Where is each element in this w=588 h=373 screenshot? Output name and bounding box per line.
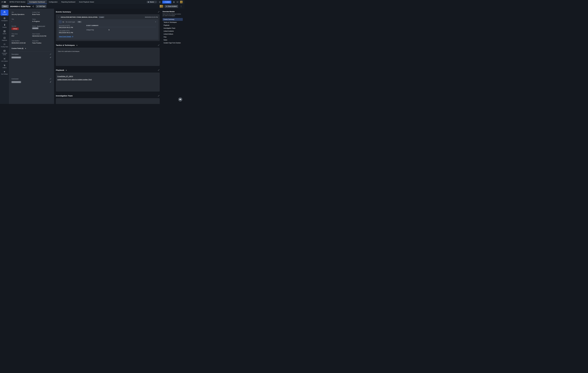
owner-avatar[interactable] <box>160 5 163 8</box>
view-event-details-link[interactable]: View Event Details <box>59 36 74 37</box>
module-item-files[interactable]: Files <box>163 36 183 38</box>
nav-mitre-attack-monitor[interactable]: MITRE ATT&CK Monitor <box>8 0 27 4</box>
module-item-linked-artifacts[interactable]: Linked Artifacts <box>163 33 183 35</box>
edit-description-button[interactable] <box>50 56 52 58</box>
last-update-label: Last update (UTC) <box>59 30 86 31</box>
fingerprint-icon <box>3 64 6 66</box>
module-item-playbook[interactable]: Playbook <box>163 24 183 27</box>
assign-to-me-link[interactable]: (Assign to me) <box>37 25 45 27</box>
chat-icon <box>177 1 178 3</box>
module-item-linked-incidents[interactable]: Linked Incidents <box>163 30 183 32</box>
nav-configuration[interactable]: Configuration <box>47 0 59 4</box>
playbook-link-dynamic-form[interactable]: update dynamic form value by incident nu… <box>57 79 92 80</box>
expand-tactics-button[interactable] <box>158 44 160 46</box>
incident-details-panel: Site Security Operations Incident Type B… <box>9 9 54 104</box>
severity-badge: Critical <box>11 28 19 30</box>
plus-icon: + <box>62 51 63 52</box>
close-incident-button[interactable]: ✕ Close Incident <box>165 5 178 8</box>
share-button[interactable] <box>32 5 34 8</box>
nav-reporting-dashboard[interactable]: Reporting Dashboard <box>59 0 77 4</box>
main-content: Events Summary ESCALATION METHOD: DYANG … <box>54 9 161 104</box>
event-na-badge: N/A <box>77 21 82 23</box>
tactics-techniques-section: Tactics & Techniques + Click + to add ta… <box>56 44 160 66</box>
expand-conclusion-button[interactable] <box>50 78 52 80</box>
module-item-investigation-team[interactable]: Investigation Team <box>163 27 183 30</box>
escalation-date: 09/20/2024 03:25 PM <box>145 16 158 18</box>
external-link-icon <box>72 36 74 37</box>
field-severity: Severity Critical <box>11 25 31 30</box>
playbook-section: Playbook + CrowdStrike_DT_10674 update d… <box>56 69 160 92</box>
expand-icon <box>158 11 159 13</box>
rail-item-playbooks[interactable]: Playbooks <box>0 36 9 42</box>
back-button[interactable]: Back <box>2 5 9 8</box>
occurred-on-label: Occurred on (UTC) <box>59 25 86 26</box>
rail-item-link-analysis[interactable]: Link Analysis <box>0 57 9 62</box>
expand-investigation-team-button[interactable] <box>158 95 160 97</box>
playbook-link-crowdstrike[interactable]: CrowdStrike_DT_10674 <box>57 76 73 77</box>
module-item-events-summary[interactable]: Events Summary <box>163 18 183 21</box>
collapse-event-button[interactable] <box>155 21 157 23</box>
user-avatar[interactable] <box>180 1 183 3</box>
event-summary-row: Unique Key 1 <box>86 29 156 31</box>
nav-investigation-dashboard[interactable]: Investigation Dashboard <box>27 0 47 4</box>
rail-item-events[interactable]: Events <box>0 29 9 35</box>
more-options-button[interactable]: ⋮ <box>179 5 183 8</box>
chat-button[interactable] <box>176 1 179 3</box>
pencil-icon <box>37 6 39 7</box>
expand-icon <box>50 78 51 80</box>
rail-item-investigation[interactable]: Investigation <box>0 16 9 22</box>
rail-item-pending-tasks[interactable]: Pending Tasks <box>0 42 9 48</box>
binoculars-icon <box>3 11 6 13</box>
rail-item-overview[interactable]: Overview <box>0 10 9 16</box>
support-chat-fab[interactable] <box>178 97 182 102</box>
conclusion-redacted <box>11 81 21 83</box>
pencil-icon <box>50 81 51 83</box>
module-item-tactics-techniques[interactable]: Tactics & Techniques <box>163 21 183 24</box>
globe-icon <box>147 1 149 3</box>
topnav-right-controls: Master + Incident <box>147 0 184 4</box>
d3-logo[interactable]: D3 <box>0 0 8 4</box>
left-icon-rail: Overview Investigation Timeline Events P… <box>0 9 9 104</box>
expand-playbook-button[interactable] <box>158 69 160 71</box>
incident-header-bar: Back 20240920-4: Brute Force Edit Tags ✕… <box>0 4 184 9</box>
module-item-incident-type-form-section[interactable]: Incident Type Form Section <box>163 41 183 44</box>
chevron-up-icon <box>155 21 157 23</box>
chevron-down-icon <box>155 1 156 3</box>
add-tactics-button[interactable]: + <box>76 44 78 46</box>
tactics-techniques-panel: Click + to add tactics & techniques <box>56 48 160 66</box>
rail-item-artifacts[interactable]: Artifacts <box>0 63 9 69</box>
edit-conclusion-button[interactable] <box>50 81 52 83</box>
avatar-blurred-image <box>160 5 163 8</box>
module-item-notes[interactable]: Notes <box>163 39 183 41</box>
rail-item-key-findings[interactable]: ★ Key Findings <box>0 70 9 75</box>
add-playbook-button[interactable]: + <box>65 69 67 71</box>
incident-header-right: ✕ Close Incident ⋮ <box>160 5 183 8</box>
network-nodes-icon <box>3 58 6 60</box>
new-incident-button[interactable]: + Incident <box>162 0 171 3</box>
collapse-group-button[interactable] <box>58 16 60 18</box>
expand-description-button[interactable] <box>50 53 52 55</box>
info-button[interactable] <box>159 1 161 3</box>
escalation-group-header: ESCALATION METHOD: DYANG (MANUAL ESCALAT… <box>57 16 158 19</box>
conclusion-block: Conclusion <box>11 78 52 83</box>
add-custom-field-button[interactable]: + <box>25 47 27 49</box>
playbook-title: Playbook <box>56 69 64 71</box>
description-redacted <box>11 57 21 58</box>
expand-events-summary-button[interactable] <box>158 11 160 13</box>
rail-item-timeline[interactable]: Timeline <box>0 23 9 29</box>
edit-tags-button[interactable]: Edit Tags <box>36 5 46 8</box>
conclusion-label: Conclusion <box>11 78 19 80</box>
event-card: 1 - No event type N/A Occurred on (UTC) … <box>57 19 158 40</box>
nav-event-playbook-viewer[interactable]: Event Playbook Viewer <box>77 0 96 4</box>
overview-module-panel: Overview Module Select from the followin… <box>161 9 184 104</box>
description-label: Description <box>11 53 19 55</box>
expand-icon <box>158 69 159 71</box>
field-owner: Owner (Assign to me) <box>32 25 52 30</box>
rail-item-command-centre[interactable]: Command Centre <box>0 49 9 56</box>
master-environment-dropdown[interactable]: Master <box>147 1 157 3</box>
report-button[interactable] <box>173 1 175 3</box>
investigation-team-title: Investigation Team <box>56 95 73 97</box>
incident-fields-grid: Site Security Operations Incident Type B… <box>11 11 52 44</box>
field-title: Title - <box>11 19 31 22</box>
custom-fields-row: Custom Fields (0) + <box>11 47 52 49</box>
